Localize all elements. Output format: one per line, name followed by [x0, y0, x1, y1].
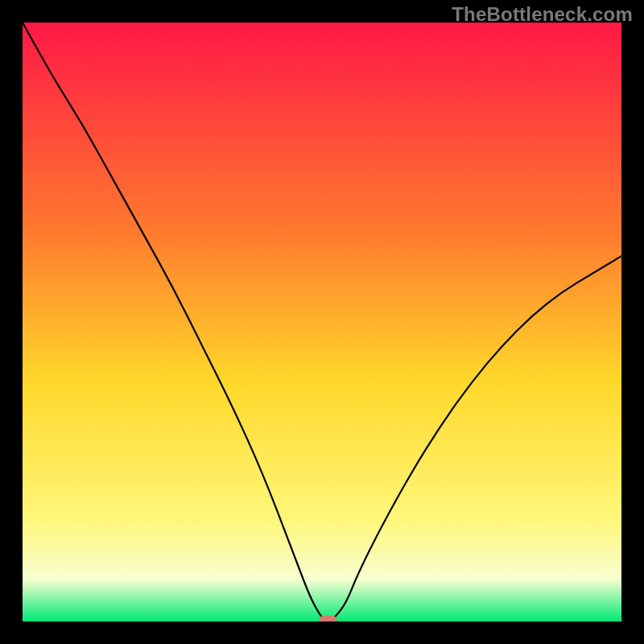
plot-area [23, 23, 621, 621]
chart-frame: TheBottleneck.com [0, 0, 644, 644]
optimal-marker-icon [319, 616, 336, 621]
watermark-text: TheBottleneck.com [452, 3, 633, 26]
chart-svg [23, 23, 621, 621]
gradient-background [23, 23, 621, 621]
